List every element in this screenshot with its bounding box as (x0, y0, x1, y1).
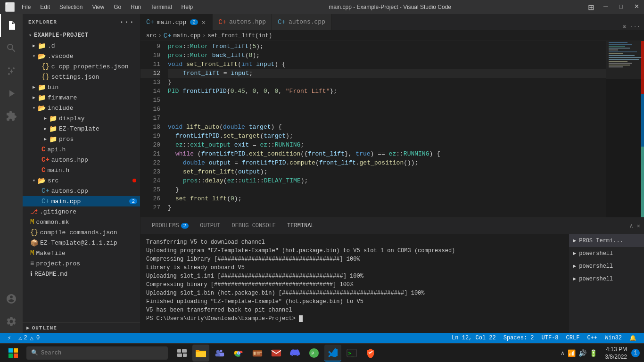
tree-item-cpp-props[interactable]: {} c_cpp_properties.json (23, 61, 140, 72)
code-text[interactable]: pros::Motor front_lift(5); pros::Motor b… (164, 41, 606, 217)
explorer-activity-icon[interactable] (0, 14, 23, 37)
tree-item-main-cpp[interactable]: C+ main.cpp 2 (23, 196, 140, 206)
tree-item-settings[interactable]: {} settings.json (23, 72, 140, 82)
tree-item-api-h[interactable]: C api.h (23, 144, 140, 155)
source-control-activity-icon[interactable] (0, 59, 23, 82)
tree-item-makefile[interactable]: M Makefile (23, 248, 140, 258)
search-activity-icon[interactable] (0, 37, 23, 59)
close-button[interactable]: ✕ (634, 3, 639, 12)
panel-close-icon[interactable]: ✕ (637, 222, 640, 230)
tree-item-include[interactable]: ▾ 📂 include (23, 103, 140, 113)
sidebar-more-icon[interactable]: ··· (119, 18, 134, 26)
extensions-activity-icon[interactable] (0, 105, 23, 127)
taskview-button[interactable] (173, 345, 190, 362)
tree-item-autons-cpp[interactable]: C+ autons.cpp (23, 186, 140, 196)
tab-autons-cpp[interactable]: C+ autons.cpp (272, 14, 331, 30)
tree-item-firmware[interactable]: ▶ 📁 firmware (23, 92, 140, 103)
account-activity-icon[interactable] (0, 288, 23, 310)
tree-item-autons-hpp[interactable]: C+ autons.hpp (23, 155, 140, 165)
tab-debug-console[interactable]: DEBUG CONSOLE (226, 218, 281, 234)
tab-cpp-icon2: C+ (278, 18, 286, 26)
menu-run[interactable]: Run (128, 4, 144, 10)
tree-label-main-cpp: main.cpp (51, 198, 81, 205)
status-platform[interactable]: Win32 (601, 333, 626, 343)
more-tabs-icon[interactable]: ··· (630, 24, 640, 30)
settings-activity-icon[interactable] (0, 310, 23, 333)
status-lang[interactable]: C++ (583, 333, 601, 343)
status-notifications[interactable]: 🔔 (626, 333, 640, 343)
chrome-button[interactable] (230, 345, 247, 362)
tree-item-vscode[interactable]: ▾ 📂 .vscode (23, 51, 140, 61)
teams-button[interactable] (211, 345, 228, 362)
tree-item-pros[interactable]: ▶ 📁 pros (23, 134, 140, 144)
file-explorer-button[interactable] (192, 345, 209, 362)
tree-item-dotd[interactable]: ▶ 📁 .d (23, 41, 140, 51)
notification-center[interactable]: 1 (631, 345, 640, 362)
menu-go[interactable]: Go (111, 4, 124, 10)
outline-section[interactable]: ▶ OUTLINE (23, 322, 140, 333)
mail-button[interactable] (268, 345, 285, 362)
tree-label-main-h: main.h (47, 167, 69, 174)
warning-count: 0 (36, 335, 40, 341)
filemanager-button[interactable] (249, 345, 266, 362)
status-ln-col[interactable]: Ln 12, Col 22 (448, 333, 500, 343)
debug-activity-icon[interactable] (0, 82, 23, 105)
tab-autons-hpp[interactable]: C+ autons.hpp (213, 14, 272, 30)
tree-item-compile-json[interactable]: {} compile_commands.json (23, 227, 140, 238)
tree-item-ez-zip[interactable]: 📦 EZ-Template@2.1.1.zip (23, 238, 140, 248)
folder-firmware-icon: 📁 (38, 94, 46, 102)
tree-item-main-h[interactable]: C main.h (23, 165, 140, 175)
antivirus-taskbar-button[interactable] (362, 345, 379, 362)
menu-view[interactable]: View (89, 4, 107, 10)
menu-selection[interactable]: Selection (57, 4, 85, 10)
window-title: main.cpp - Example-Project - Visual Stud… (196, 4, 584, 10)
tree-item-ez-template[interactable]: ▶ 📁 EZ-Template (23, 123, 140, 134)
sidebar-header: EXPLORER ··· (23, 14, 140, 30)
tree-item-common-mk[interactable]: M common.mk (23, 217, 140, 227)
menu-help[interactable]: Help (179, 4, 196, 10)
terminal-taskbar-button[interactable]: >_ (343, 345, 360, 362)
code-editor[interactable]: 9 10 11 12 13 14 15 16 17 18 19 20 21 22… (140, 41, 606, 217)
taskbar-search[interactable]: 🔍 Search (26, 346, 168, 360)
terminal-output[interactable]: Transferring V5 to download channel Uplo… (140, 234, 569, 333)
tree-item-display[interactable]: ▶ 📁 display (23, 113, 140, 123)
status-line-ending[interactable]: CRLF (562, 333, 584, 343)
menu-file[interactable]: File (19, 4, 33, 10)
menu-edit[interactable]: Edit (37, 4, 53, 10)
panel-collapse-icon[interactable]: ∧ (630, 222, 633, 230)
tree-item-readme[interactable]: ℹ README.md (23, 269, 140, 279)
terminal-item-powershell3[interactable]: ▶ powershell (569, 272, 644, 285)
tray-chevron[interactable]: ∧ (561, 350, 565, 356)
tree-item-bin[interactable]: ▶ 📁 bin (23, 82, 140, 92)
tab-main-cpp[interactable]: C+ main.cpp 2 ✕ (140, 14, 213, 30)
split-editor-icon[interactable]: ⊡ (623, 23, 626, 30)
tree-item-project-pros[interactable]: ≡ project.pros (23, 258, 140, 269)
tab-close-main-cpp[interactable]: ✕ (201, 17, 206, 27)
minimize-button[interactable]: ─ (603, 3, 608, 12)
start-button[interactable] (4, 346, 23, 361)
status-spaces[interactable]: Spaces: 2 (500, 333, 538, 343)
layout-icon[interactable]: ⊞ (584, 3, 598, 12)
breadcrumb-file[interactable]: main.cpp (173, 33, 201, 39)
maximize-button[interactable]: □ (619, 3, 623, 12)
tab-problems[interactable]: PROBLEMS 2 (146, 218, 194, 234)
terminal-item-powershell1[interactable]: ▶ powershell (569, 247, 644, 260)
status-remote[interactable]: ⚡ (4, 333, 15, 343)
status-encoding[interactable]: UTF-8 (538, 333, 562, 343)
tab-terminal[interactable]: TERMINAL (281, 218, 320, 234)
status-errors[interactable]: ⚠ 2 △ 0 (15, 333, 43, 343)
terminal-item-pros[interactable]: ▶ PROS Termi... (569, 234, 644, 247)
discord-button[interactable] (287, 345, 304, 362)
menu-terminal[interactable]: Terminal (148, 4, 174, 10)
breadcrumb-function[interactable]: set_front_lift(int) (207, 33, 272, 39)
tree-item-gitignore[interactable]: ⎇ .gitignore (23, 206, 140, 217)
code-line-19: frontLiftPID.set_target(target); (168, 132, 606, 140)
clock[interactable]: 4:13 PM 3/8/2022 (601, 346, 631, 361)
terminal-item-powershell2[interactable]: ▶ powershell (569, 260, 644, 272)
project-root[interactable]: ▾ EXAMPLE-PROJECT (23, 30, 140, 41)
tree-item-src[interactable]: ▾ 📂 src (23, 175, 140, 186)
vscode-taskbar-button[interactable] (324, 345, 341, 362)
breadcrumb-src[interactable]: src (146, 33, 157, 39)
tab-output[interactable]: OUTPUT (194, 218, 226, 234)
pros-button[interactable]: P (305, 345, 322, 362)
